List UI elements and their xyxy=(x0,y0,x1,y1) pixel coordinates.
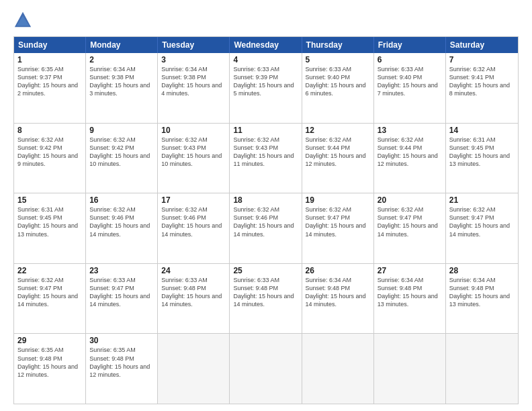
day-number: 15 xyxy=(17,195,82,205)
day-info: Sunrise: 6:34 AMSunset: 9:48 PMDaylight:… xyxy=(306,276,370,309)
day-cell-3: 3Sunrise: 6:34 AMSunset: 9:38 PMDaylight… xyxy=(158,53,230,123)
header-day-monday: Monday xyxy=(86,37,158,53)
day-info: Sunrise: 6:31 AMSunset: 9:45 PMDaylight:… xyxy=(449,136,515,169)
day-number: 11 xyxy=(233,126,298,135)
day-number: 14 xyxy=(449,126,515,135)
day-cell-7: 7Sunrise: 6:32 AMSunset: 9:41 PMDaylight… xyxy=(446,53,518,123)
day-cell-5: 5Sunrise: 6:33 AMSunset: 9:40 PMDaylight… xyxy=(302,53,374,123)
calendar-row-5: 29Sunrise: 6:35 AMSunset: 9:48 PMDayligh… xyxy=(14,334,518,404)
day-cell-24: 24Sunrise: 6:33 AMSunset: 9:48 PMDayligh… xyxy=(158,264,230,334)
header-day-friday: Friday xyxy=(374,37,446,53)
day-number: 1 xyxy=(17,55,82,64)
day-number: 21 xyxy=(449,195,515,205)
day-number: 25 xyxy=(233,266,298,275)
day-info: Sunrise: 6:32 AMSunset: 9:47 PMDaylight:… xyxy=(306,205,370,238)
day-number: 6 xyxy=(378,55,442,64)
day-info: Sunrise: 6:33 AMSunset: 9:40 PMDaylight:… xyxy=(306,65,370,98)
header-day-wednesday: Wednesday xyxy=(230,37,302,53)
day-info: Sunrise: 6:32 AMSunset: 9:44 PMDaylight:… xyxy=(306,136,370,169)
header-day-saturday: Saturday xyxy=(446,37,518,53)
header-day-thursday: Thursday xyxy=(302,37,374,53)
day-info: Sunrise: 6:34 AMSunset: 9:48 PMDaylight:… xyxy=(378,276,442,309)
day-number: 12 xyxy=(306,126,370,135)
day-number: 13 xyxy=(378,126,442,135)
page: SundayMondayTuesdayWednesdayThursdayFrid… xyxy=(0,0,532,411)
day-number: 27 xyxy=(378,266,442,275)
day-cell-6: 6Sunrise: 6:33 AMSunset: 9:40 PMDaylight… xyxy=(374,53,446,123)
day-number: 4 xyxy=(233,55,298,64)
day-number: 2 xyxy=(89,55,154,64)
day-cell-25: 25Sunrise: 6:33 AMSunset: 9:48 PMDayligh… xyxy=(230,264,302,334)
day-cell-8: 8Sunrise: 6:32 AMSunset: 9:42 PMDaylight… xyxy=(14,124,86,193)
day-cell-11: 11Sunrise: 6:32 AMSunset: 9:43 PMDayligh… xyxy=(230,124,302,193)
day-number: 29 xyxy=(17,336,82,345)
day-info: Sunrise: 6:35 AMSunset: 9:37 PMDaylight:… xyxy=(17,65,82,98)
day-info: Sunrise: 6:32 AMSunset: 9:41 PMDaylight:… xyxy=(449,65,515,98)
day-cell-26: 26Sunrise: 6:34 AMSunset: 9:48 PMDayligh… xyxy=(302,264,374,334)
day-cell-17: 17Sunrise: 6:32 AMSunset: 9:46 PMDayligh… xyxy=(158,193,230,263)
day-info: Sunrise: 6:32 AMSunset: 9:46 PMDaylight:… xyxy=(89,205,154,238)
day-number: 20 xyxy=(378,195,442,205)
day-cell-12: 12Sunrise: 6:32 AMSunset: 9:44 PMDayligh… xyxy=(302,124,374,193)
day-cell-empty xyxy=(302,334,374,404)
day-number: 5 xyxy=(306,55,370,64)
day-cell-empty xyxy=(446,334,518,404)
calendar: SundayMondayTuesdayWednesdayThursdayFrid… xyxy=(13,36,519,404)
day-number: 8 xyxy=(17,126,82,135)
day-info: Sunrise: 6:33 AMSunset: 9:39 PMDaylight:… xyxy=(233,65,298,98)
day-info: Sunrise: 6:32 AMSunset: 9:47 PMDaylight:… xyxy=(378,205,442,238)
day-cell-18: 18Sunrise: 6:32 AMSunset: 9:46 PMDayligh… xyxy=(230,193,302,263)
header-day-sunday: Sunday xyxy=(14,37,86,53)
calendar-row-4: 22Sunrise: 6:32 AMSunset: 9:47 PMDayligh… xyxy=(14,264,518,334)
calendar-row-3: 15Sunrise: 6:31 AMSunset: 9:45 PMDayligh… xyxy=(14,193,518,264)
day-cell-20: 20Sunrise: 6:32 AMSunset: 9:47 PMDayligh… xyxy=(374,193,446,263)
day-info: Sunrise: 6:32 AMSunset: 9:42 PMDaylight:… xyxy=(17,136,82,169)
day-cell-2: 2Sunrise: 6:34 AMSunset: 9:38 PMDaylight… xyxy=(86,53,158,123)
day-cell-30: 30Sunrise: 6:35 AMSunset: 9:48 PMDayligh… xyxy=(86,334,158,404)
day-cell-14: 14Sunrise: 6:31 AMSunset: 9:45 PMDayligh… xyxy=(446,124,518,193)
day-number: 17 xyxy=(161,195,226,205)
day-number: 18 xyxy=(233,195,298,205)
day-number: 22 xyxy=(17,266,82,275)
day-info: Sunrise: 6:32 AMSunset: 9:44 PMDaylight:… xyxy=(378,136,442,169)
day-cell-10: 10Sunrise: 6:32 AMSunset: 9:43 PMDayligh… xyxy=(158,124,230,193)
day-number: 9 xyxy=(89,126,154,135)
day-number: 10 xyxy=(161,126,226,135)
day-cell-empty xyxy=(158,334,230,404)
day-number: 28 xyxy=(449,266,515,275)
day-info: Sunrise: 6:32 AMSunset: 9:43 PMDaylight:… xyxy=(233,136,298,169)
logo xyxy=(13,11,35,30)
header-day-tuesday: Tuesday xyxy=(158,37,230,53)
day-cell-22: 22Sunrise: 6:32 AMSunset: 9:47 PMDayligh… xyxy=(14,264,86,334)
day-cell-27: 27Sunrise: 6:34 AMSunset: 9:48 PMDayligh… xyxy=(374,264,446,334)
day-info: Sunrise: 6:32 AMSunset: 9:47 PMDaylight:… xyxy=(449,205,515,238)
calendar-row-2: 8Sunrise: 6:32 AMSunset: 9:42 PMDaylight… xyxy=(14,124,518,194)
calendar-header: SundayMondayTuesdayWednesdayThursdayFrid… xyxy=(14,37,518,53)
day-info: Sunrise: 6:32 AMSunset: 9:46 PMDaylight:… xyxy=(233,205,298,238)
day-cell-29: 29Sunrise: 6:35 AMSunset: 9:48 PMDayligh… xyxy=(14,334,86,404)
day-info: Sunrise: 6:34 AMSunset: 9:38 PMDaylight:… xyxy=(161,65,226,98)
day-cell-19: 19Sunrise: 6:32 AMSunset: 9:47 PMDayligh… xyxy=(302,193,374,263)
day-info: Sunrise: 6:34 AMSunset: 9:48 PMDaylight:… xyxy=(449,276,515,309)
calendar-row-1: 1Sunrise: 6:35 AMSunset: 9:37 PMDaylight… xyxy=(14,53,518,124)
day-number: 30 xyxy=(89,336,154,345)
day-info: Sunrise: 6:31 AMSunset: 9:45 PMDaylight:… xyxy=(17,205,82,238)
day-info: Sunrise: 6:33 AMSunset: 9:48 PMDaylight:… xyxy=(233,276,298,309)
day-cell-empty xyxy=(230,334,302,404)
calendar-body: 1Sunrise: 6:35 AMSunset: 9:37 PMDaylight… xyxy=(14,53,518,404)
day-cell-21: 21Sunrise: 6:32 AMSunset: 9:47 PMDayligh… xyxy=(446,193,518,263)
day-number: 16 xyxy=(89,195,154,205)
day-cell-23: 23Sunrise: 6:33 AMSunset: 9:47 PMDayligh… xyxy=(86,264,158,334)
day-info: Sunrise: 6:34 AMSunset: 9:38 PMDaylight:… xyxy=(89,65,154,98)
day-info: Sunrise: 6:33 AMSunset: 9:47 PMDaylight:… xyxy=(89,276,154,309)
day-cell-13: 13Sunrise: 6:32 AMSunset: 9:44 PMDayligh… xyxy=(374,124,446,193)
day-cell-15: 15Sunrise: 6:31 AMSunset: 9:45 PMDayligh… xyxy=(14,193,86,263)
day-number: 19 xyxy=(306,195,370,205)
day-info: Sunrise: 6:32 AMSunset: 9:46 PMDaylight:… xyxy=(161,205,226,238)
day-number: 23 xyxy=(89,266,154,275)
header xyxy=(13,11,519,30)
day-number: 7 xyxy=(449,55,515,64)
logo-icon xyxy=(13,11,32,30)
day-info: Sunrise: 6:35 AMSunset: 9:48 PMDaylight:… xyxy=(17,346,82,379)
day-number: 3 xyxy=(161,55,226,64)
